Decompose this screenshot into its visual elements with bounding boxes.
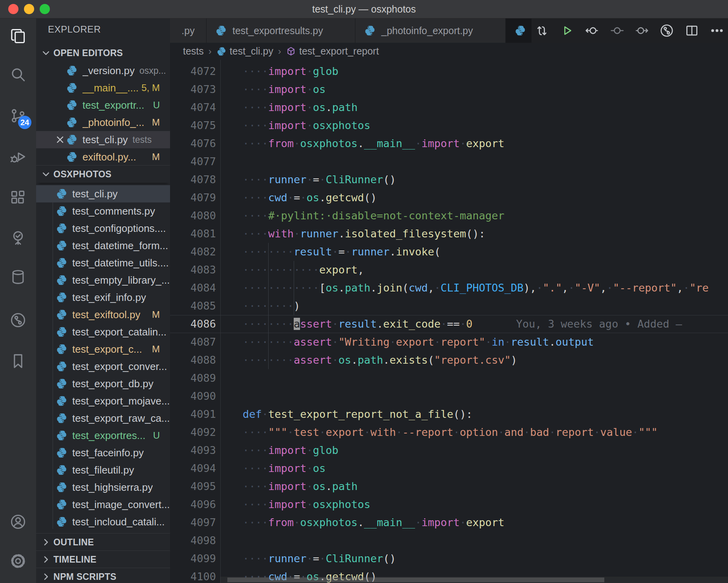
line-number: 4087 [170,333,216,351]
tab-test_exportresults.py[interactable]: test_exportresults.py [207,18,355,43]
code-line-4080[interactable]: 4080····#·pylint:·disable=not-context-ma… [170,207,728,225]
open-editor-test_cli.py[interactable]: test_cli.pytests [36,131,170,148]
section-header-outline[interactable]: OUTLINE [36,533,170,551]
tree-item-test_datetime_form...[interactable]: test_datetime_form... [36,237,170,254]
close-icon[interactable] [54,134,66,146]
code-line-4098[interactable]: 4098 [170,532,728,550]
code-line-4083[interactable]: 4083············export, [170,261,728,279]
code-line-4084[interactable]: 4084············[os.path.join(cwd,·CLI_P… [170,279,728,297]
python-icon [66,65,78,77]
open-editor-exiftool.py...[interactable]: exiftool.py...M [36,148,170,166]
tree-item-test_highsierra.py[interactable]: test_highsierra.py [36,479,170,496]
activity-files-icon[interactable] [0,19,36,53]
horizontal-scrollbar[interactable] [220,577,728,583]
line-number: 4083 [170,261,216,279]
activity-gitlens-icon[interactable] [0,303,36,337]
tree-item-test_image_convert...[interactable]: test_image_convert... [36,496,170,513]
tab-pinned-active[interactable] [506,18,532,43]
activity-extensions-icon[interactable] [0,180,36,215]
scrollbar-slider[interactable] [227,578,604,582]
activity-search-icon[interactable] [0,57,36,92]
line-number: 4100 [170,568,216,583]
breadcrumb-item[interactable]: test_export_report [299,46,379,57]
toolbar-gitlens-icon[interactable] [659,23,674,38]
tree-item-test_configoptions....[interactable]: test_configoptions.... [36,220,170,237]
activity-database-icon[interactable] [0,260,36,294]
line-number: 4072 [170,62,216,80]
code-line-4081[interactable]: 4081····with·runner.isolated_filesystem(… [170,225,728,243]
line-number: 4076 [170,135,216,153]
code-line-4088[interactable]: 4088········assert·os.path.exists("repor… [170,351,728,369]
tree-item-test_faceinfo.py[interactable]: test_faceinfo.py [36,444,170,461]
code-line-4086[interactable]: 4086········assert·result.exit_code·==·0… [170,315,728,333]
code-line-4087[interactable]: 4087········assert·"Writing·export·repor… [170,333,728,351]
tree-item-test_export_mojave...[interactable]: test_export_mojave... [36,392,170,410]
activity-tree-check-icon[interactable] [0,220,36,255]
toolbar-run-icon[interactable] [560,23,574,38]
python-icon [56,447,68,459]
tree-item-test_cli.py[interactable]: test_cli.py [36,185,170,202]
tree-item-test_export_catalin...[interactable]: test_export_catalin... [36,323,170,341]
code-line-4072[interactable]: 4072····import·glob [170,62,728,80]
section-header-osxphotos[interactable]: OSXPHOTOS [36,165,170,183]
toolbar-nav-back-circle-icon[interactable] [584,23,599,38]
activity-account-icon[interactable] [0,505,36,539]
tree-item-test_empty_library_...[interactable]: test_empty_library_... [36,271,170,289]
open-editor-__main__....[interactable]: __main__....5, M [36,79,170,97]
code-editor[interactable]: 4072····import·glob4073····import·os4074… [170,60,728,583]
code-line-4075[interactable]: 4075····import·osxphotos [170,117,728,135]
toolbar-split-editor-icon[interactable] [684,23,699,38]
breadcrumb-item[interactable]: tests [183,46,204,57]
code-line-4096[interactable]: 4096····import·osxphotos [170,496,728,514]
code-line-4099[interactable]: 4099····runner·=·CliRunner() [170,550,728,568]
tab-.py[interactable]: .py [170,18,207,43]
open-editor-_version.py[interactable]: _version.pyosxp... [36,62,170,79]
code-line-4090[interactable]: 4090 [170,387,728,405]
tree-item-test_export_c...[interactable]: test_export_c...M [36,341,170,358]
section-title: OPEN EDITORS [53,48,123,58]
tree-item-test_exportres...[interactable]: test_exportres...U [36,427,170,444]
line-number: 4099 [170,550,216,568]
toolbar-sync-compare-icon[interactable] [534,23,549,38]
section-header-timeline[interactable]: TIMELINE [36,550,170,568]
code-line-4073[interactable]: 4073····import·os [170,80,728,98]
toolbar-more-actions-icon[interactable] [710,23,724,38]
code-line-4078[interactable]: 4078····runner·=·CliRunner() [170,171,728,189]
open-editor-_photoinfo_...[interactable]: _photoinfo_...M [36,114,170,131]
code-line-4085[interactable]: 4085········) [170,297,728,315]
tree-item-test_exif_info.py[interactable]: test_exif_info.py [36,289,170,306]
file-label: test_export_catalin... [72,326,166,338]
breadcrumb-item[interactable]: test_cli.py [230,46,273,57]
tree-item-test_export_conver...[interactable]: test_export_conver... [36,358,170,375]
code-line-4097[interactable]: 4097····from·osxphotos.__main__·import·e… [170,514,728,532]
code-line-4095[interactable]: 4095····import·os.path [170,477,728,496]
code-line-4091[interactable]: 4091def·test_export_report_not_a_file(): [170,405,728,423]
code-line-4074[interactable]: 4074····import·os.path [170,98,728,117]
breadcrumb[interactable]: tests›test_cli.py›test_export_report [170,43,728,60]
tree-item-test_comments.py[interactable]: test_comments.py [36,202,170,220]
code-line-4089[interactable]: 4089 [170,369,728,387]
activity-run-debug-icon[interactable] [0,139,36,174]
open-editor-test_exportr...[interactable]: test_exportr...U [36,97,170,114]
code-line-4079[interactable]: 4079····cwd·=·os.getcwd() [170,189,728,207]
section-header-npm-scripts[interactable]: NPM SCRIPTS [36,568,170,583]
activity-source-control-icon[interactable]: 24 [0,98,36,133]
code-line-4082[interactable]: 4082········result·=·runner.invoke( [170,243,728,261]
tree-item-test_export_raw_ca...[interactable]: test_export_raw_ca... [36,410,170,427]
tab-_photoinfo_export.py[interactable]: _photoinfo_export.py [355,18,506,43]
tree-item-test_datetime_utils....[interactable]: test_datetime_utils.... [36,254,170,271]
toolbar-nav-forward-circle-icon[interactable] [635,23,649,38]
toolbar-nav-circle-icon[interactable] [609,23,624,38]
tree-item-test_incloud_catali...[interactable]: test_incloud_catali... [36,513,170,530]
activity-bookmark-icon[interactable] [0,344,36,378]
tree-item-test_exiftool.py[interactable]: test_exiftool.pyM [36,306,170,323]
code-line-4092[interactable]: 4092····"""·test·export·with·--report·op… [170,423,728,441]
activity-settings-gear-icon[interactable] [0,544,36,578]
section-header-open-editors[interactable]: OPEN EDITORS [36,44,170,62]
code-line-4094[interactable]: 4094····import·os [170,459,728,477]
code-line-4076[interactable]: 4076····from·osxphotos.__main__·import·e… [170,135,728,153]
tree-item-test_export_db.py[interactable]: test_export_db.py [36,375,170,392]
tree-item-test_fileutil.py[interactable]: test_fileutil.py [36,461,170,479]
code-line-4093[interactable]: 4093····import·glob [170,441,728,459]
code-line-4077[interactable]: 4077 [170,153,728,171]
